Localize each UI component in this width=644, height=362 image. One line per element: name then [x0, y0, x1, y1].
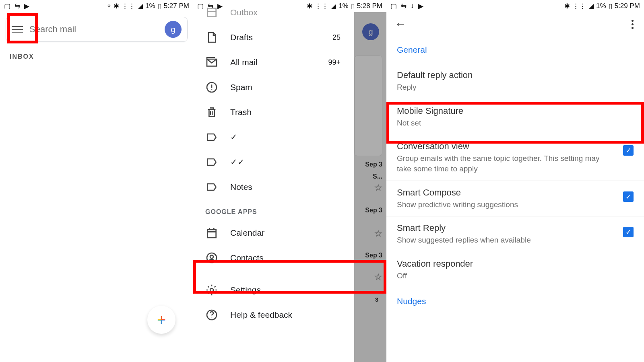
drawer-label: Contacts	[230, 253, 342, 263]
setting-mobile-signature[interactable]: Mobile Signature Not set	[386, 99, 644, 135]
compose-fab[interactable]: +	[147, 306, 175, 334]
drawer-label: Help & feedback	[230, 310, 342, 320]
app-bar: ←	[386, 12, 644, 36]
status-bar: ▢ ⇆ ↓ ▶ ✱ ⋮⋮ ◢ 1% ▯ 5:29 PM	[386, 0, 644, 12]
trash-icon	[205, 106, 218, 119]
clock-text: 5:29 PM	[615, 2, 640, 10]
signal-icon: ◢	[588, 2, 594, 10]
drawer-label: All mail	[230, 58, 328, 67]
menu-icon[interactable]	[12, 24, 23, 35]
drafts-icon	[205, 31, 218, 44]
outbox-icon	[205, 6, 218, 19]
panel-inbox: ▢ ⇆ ▶ ⌖ ✱ ⋮⋮ ◢ 1% ▯ 5:27 PM g INBOX +	[0, 0, 193, 362]
drawer-item-notes[interactable]: Notes	[193, 175, 354, 200]
battery-text: 1%	[145, 2, 155, 10]
location-icon: ⌖	[107, 2, 111, 10]
setting-sub: Show suggested replies when available	[397, 235, 615, 245]
search-bar[interactable]: g	[6, 17, 188, 42]
status-bar: ▢ ⇆ ▶ ⌖ ✱ ⋮⋮ ◢ 1% ▯ 5:27 PM	[0, 0, 193, 12]
clock-text: 5:27 PM	[164, 2, 189, 10]
drawer-item-drafts[interactable]: Drafts 25	[193, 25, 354, 50]
drawer-item-label-doublecheck[interactable]: ✓✓	[193, 150, 354, 175]
inbox-heading: INBOX	[10, 53, 193, 60]
section-nudges: Nudges	[386, 288, 644, 315]
setting-sub: Show predictive writing suggestions	[397, 200, 615, 210]
battery-icon: ▯	[609, 2, 612, 10]
wifi-icon: ⋮⋮	[122, 2, 135, 10]
drawer-label: Calendar	[230, 228, 342, 238]
plus-icon: +	[157, 311, 166, 329]
drawer-item-allmail[interactable]: All mail 99+	[193, 50, 354, 75]
drawer-label: ✓	[230, 132, 342, 142]
drawer-label: Settings	[230, 285, 342, 295]
image-icon: ▢	[4, 2, 10, 10]
setting-title: Vacation responder	[397, 259, 625, 269]
drawer-count: 25	[332, 33, 341, 42]
scrim[interactable]	[354, 12, 386, 362]
checkbox-checked-icon[interactable]: ✓	[623, 145, 634, 156]
download-icon: ↓	[411, 2, 414, 10]
drawer-item-spam[interactable]: Spam	[193, 75, 354, 100]
gear-icon	[205, 284, 218, 296]
drawer-section-heading: GOOGLE APPS	[193, 200, 354, 220]
label-icon	[205, 181, 218, 193]
calendar-icon	[205, 226, 218, 239]
drawer-item-settings[interactable]: Settings	[193, 278, 354, 302]
drawer-label: Outbox	[230, 8, 342, 17]
battery-text: 1%	[596, 2, 606, 10]
setting-vacation-responder[interactable]: Vacation responder Off	[386, 252, 644, 288]
section-general: General	[386, 36, 644, 64]
setting-sub: Not set	[397, 118, 625, 128]
back-button[interactable]: ←	[394, 17, 407, 31]
setting-title: Smart Reply	[397, 223, 615, 233]
drawer-label: Drafts	[230, 33, 332, 42]
panel-drawer: ▢ ⇆ ▶ ✱ ⋮⋮ ◢ 1% ▯ 5:28 PM g Sep 3 S... ☆…	[193, 0, 386, 362]
setting-sub: Off	[397, 271, 625, 281]
drawer-label: Trash	[230, 107, 342, 117]
clock-text: 5:28 PM	[357, 2, 382, 10]
allmail-icon	[205, 56, 218, 69]
drawer-item-calendar[interactable]: Calendar	[193, 220, 354, 245]
image-icon: ▢	[390, 2, 397, 10]
drawer-item-outbox[interactable]: Outbox	[193, 0, 354, 25]
signal-icon: ◢	[138, 2, 143, 10]
drawer-item-trash[interactable]: Trash	[193, 100, 354, 125]
contacts-icon	[205, 251, 218, 264]
drawer-label: Spam	[230, 82, 342, 92]
setting-smart-compose[interactable]: Smart Compose Show predictive writing su…	[386, 181, 644, 217]
setting-sub: Reply	[397, 82, 625, 93]
overflow-menu-button[interactable]	[629, 17, 636, 31]
drawer-label: Notes	[230, 182, 342, 192]
sync-icon: ⇆	[14, 2, 20, 10]
spam-icon	[205, 81, 218, 94]
drawer-item-help[interactable]: Help & feedback	[193, 302, 354, 327]
play-icon: ▶	[24, 2, 29, 10]
drawer-item-contacts[interactable]: Contacts	[193, 245, 354, 270]
search-input[interactable]	[29, 24, 165, 35]
checkbox-checked-icon[interactable]: ✓	[623, 191, 634, 202]
setting-title: Default reply action	[397, 70, 625, 80]
nav-drawer: Outbox Drafts 25 All mail 99+ Spam Trash…	[193, 12, 354, 362]
drawer-count: 99+	[328, 58, 341, 67]
setting-title: Smart Compose	[397, 187, 615, 198]
setting-default-reply[interactable]: Default reply action Reply	[386, 64, 644, 99]
setting-smart-reply[interactable]: Smart Reply Show suggested replies when …	[386, 216, 644, 252]
bluetooth-icon: ✱	[114, 2, 119, 10]
drawer-item-label-check[interactable]: ✓	[193, 125, 354, 150]
bluetooth-icon: ✱	[564, 2, 570, 10]
setting-title: Conversation view	[397, 141, 615, 152]
setting-sub: Group emails with the same topic togethe…	[397, 153, 615, 174]
setting-title: Mobile Signature	[397, 106, 625, 116]
label-icon	[205, 156, 218, 169]
checkbox-checked-icon[interactable]: ✓	[623, 227, 634, 237]
svg-point-3	[210, 288, 213, 292]
play-icon: ▶	[418, 2, 423, 10]
drawer-label: ✓✓	[230, 157, 342, 167]
setting-conversation-view[interactable]: Conversation view Group emails with the …	[386, 135, 644, 181]
avatar[interactable]: g	[165, 21, 182, 38]
wifi-icon: ⋮⋮	[572, 2, 586, 10]
sync-icon: ⇆	[401, 2, 407, 10]
help-icon	[205, 309, 218, 321]
svg-point-2	[210, 255, 213, 258]
label-icon	[205, 131, 218, 144]
